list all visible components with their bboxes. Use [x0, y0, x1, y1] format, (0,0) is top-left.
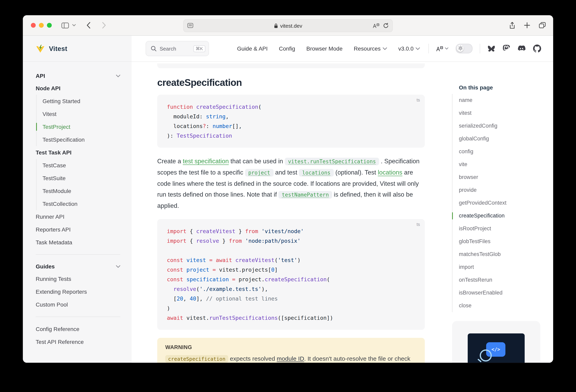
close-window-button[interactable] — [31, 23, 36, 28]
sidebar-item-testproject[interactable]: TestProject — [43, 120, 120, 133]
outline-item-vite[interactable]: vite — [459, 158, 553, 171]
sidebar-item-testmodule[interactable]: TestModule — [43, 184, 120, 197]
back-button[interactable] — [86, 22, 91, 29]
sidebar-toggle-button[interactable] — [61, 22, 69, 28]
outline-item-isrootproject[interactable]: isRootProject — [459, 222, 553, 235]
outline-item-browser[interactable]: browser — [459, 171, 553, 184]
search-button[interactable]: Search ⌘K — [145, 41, 209, 56]
sidebar-item-custom-pool[interactable]: Custom Pool — [36, 298, 120, 311]
minimize-window-button[interactable] — [39, 23, 44, 28]
outline-item-globtestfiles[interactable]: globTestFiles — [459, 235, 553, 248]
sidebar-item-testcase[interactable]: TestCase — [43, 159, 120, 172]
discord-link[interactable] — [518, 45, 526, 52]
chevron-down-icon — [72, 24, 76, 27]
outline-item-globalconfig[interactable]: globalConfig — [459, 132, 553, 145]
sidebar-item-running-tests[interactable]: Running Tests — [36, 272, 120, 285]
code-line: [20, 40], // optional test lines — [167, 294, 415, 303]
nav-link-label: Config — [279, 45, 295, 52]
search-label: Search — [160, 46, 190, 52]
outline-item-provide[interactable]: provide — [459, 184, 553, 197]
sidebar-item-runner-api[interactable]: Runner API — [36, 210, 120, 223]
code-lang-label: ts — [417, 222, 420, 227]
inline-link[interactable]: project — [245, 169, 274, 177]
outline-item-getprovidedcontext[interactable]: getProvidedContext — [459, 197, 553, 210]
sidebar-item-test-api-reference[interactable]: Test API Reference — [36, 335, 120, 348]
code-line: ): TestSpecification — [167, 131, 415, 140]
translate-icon — [436, 46, 443, 52]
article: createSpecification ts function createSp… — [157, 62, 425, 363]
outline-list: namevitestserializedConfigglobalConfigco… — [452, 94, 553, 312]
nav-link-browser-mode[interactable]: Browser Mode — [306, 45, 343, 52]
bluesky-link[interactable] — [487, 45, 495, 52]
mastodon-icon — [503, 45, 510, 53]
nav-links: Guide & APIConfigBrowser ModeResourcesv3… — [237, 45, 420, 52]
zoom-window-button[interactable] — [47, 23, 52, 28]
previous-code-block-cutoff — [157, 63, 425, 68]
outline-item-name[interactable]: name — [459, 94, 553, 107]
sidebar-item-testsuite[interactable]: TestSuite — [43, 172, 120, 184]
nav-link-v3-0-0[interactable]: v3.0.0 — [398, 45, 420, 52]
address-bar[interactable]: vitest.dev — [183, 19, 393, 32]
outline-title: On this page — [459, 84, 553, 91]
sidebar-item-extending-reporters[interactable]: Extending Reporters — [36, 285, 120, 298]
outline-item-config[interactable]: config — [459, 145, 553, 158]
reload-button[interactable] — [383, 23, 389, 29]
sidebar-item-testcollection[interactable]: TestCollection — [43, 197, 120, 210]
page-body: Vitest APINode APIGetting StartedVitestT… — [23, 36, 553, 363]
outline-item-vitest[interactable]: vitest — [459, 107, 553, 120]
sidebar-item-testspecification[interactable]: TestSpecification — [43, 133, 120, 146]
sidebar-item-task-metadata[interactable]: Task Metadata — [36, 236, 120, 249]
nav-link-config[interactable]: Config — [279, 45, 295, 52]
nav-link-guide-api[interactable]: Guide & API — [237, 45, 268, 52]
outline-item-serializedconfig[interactable]: serializedConfig — [459, 120, 553, 132]
github-link[interactable] — [533, 45, 541, 53]
page-settings-button[interactable] — [187, 23, 193, 28]
code-line: const specification = project.createSpec… — [167, 274, 415, 284]
outline-item-matchestestglob[interactable]: matchesTestGlob — [459, 248, 553, 261]
inline-link[interactable]: module ID — [277, 355, 304, 362]
code-block-signature: ts function createSpecification( moduleI… — [157, 95, 425, 148]
inline-link[interactable]: testNamePattern — [279, 191, 332, 199]
translate-button[interactable] — [373, 23, 379, 29]
on-this-page: On this page namevitestserializedConfigg… — [452, 62, 553, 363]
share-icon — [509, 22, 516, 29]
sidebar-item-config-reference[interactable]: Config Reference — [36, 323, 120, 335]
code-block-example: ts import { createVitest } from 'vitest/… — [157, 219, 425, 330]
tab-overview-button[interactable] — [539, 22, 546, 29]
code-line: ) — [167, 303, 415, 313]
divider — [428, 44, 429, 53]
forward-button[interactable] — [102, 22, 106, 29]
nav-link-label: Resources — [354, 45, 381, 52]
sidebar-section-api[interactable]: API — [36, 70, 120, 82]
sidebar-item-reporters-api[interactable]: Reporters API — [36, 223, 120, 236]
outline-item-import[interactable]: import — [459, 261, 553, 274]
inline-link[interactable]: test specification — [183, 158, 229, 164]
outline-item-createspecification[interactable]: createSpecification — [459, 210, 553, 222]
sidebar-item-vitest[interactable]: Vitest — [43, 108, 120, 120]
mastodon-link[interactable] — [503, 45, 510, 53]
logo[interactable]: Vitest — [23, 36, 132, 62]
share-button[interactable] — [509, 22, 516, 29]
sidebar-item-getting-started[interactable]: Getting Started — [43, 95, 120, 108]
outline-item-ontestsrerun[interactable]: onTestsRerun — [459, 274, 553, 286]
inline-link[interactable]: vitest.runTestSpecifications — [285, 158, 379, 165]
nav-link-resources[interactable]: Resources — [354, 45, 387, 52]
page-content: createSpecification ts function createSp… — [132, 62, 553, 363]
sidebar-menu-chevron[interactable] — [72, 24, 76, 27]
inline-link[interactable]: locations — [299, 169, 334, 177]
discord-icon — [518, 45, 526, 52]
outline-item-isbrowserenabled[interactable]: isBrowserEnabled — [459, 286, 553, 299]
sidebar-item-test-task-api[interactable]: Test Task API — [36, 146, 120, 159]
new-tab-button[interactable] — [524, 22, 530, 29]
code-line: moduleId: string, — [167, 112, 415, 121]
sidebar-divider — [36, 254, 120, 255]
theme-toggle[interactable] — [456, 44, 472, 53]
sidebar-item-node-api[interactable]: Node API — [36, 82, 120, 95]
magnifier-icon — [151, 46, 156, 51]
sidebar-section-guides[interactable]: Guides — [36, 260, 120, 272]
translate-icon — [373, 23, 379, 29]
outline-item-close[interactable]: close — [459, 299, 553, 312]
language-menu-button[interactable] — [436, 46, 448, 52]
inline-link[interactable]: locations — [378, 169, 402, 176]
sponsor-card[interactable]: </> — [452, 321, 540, 363]
